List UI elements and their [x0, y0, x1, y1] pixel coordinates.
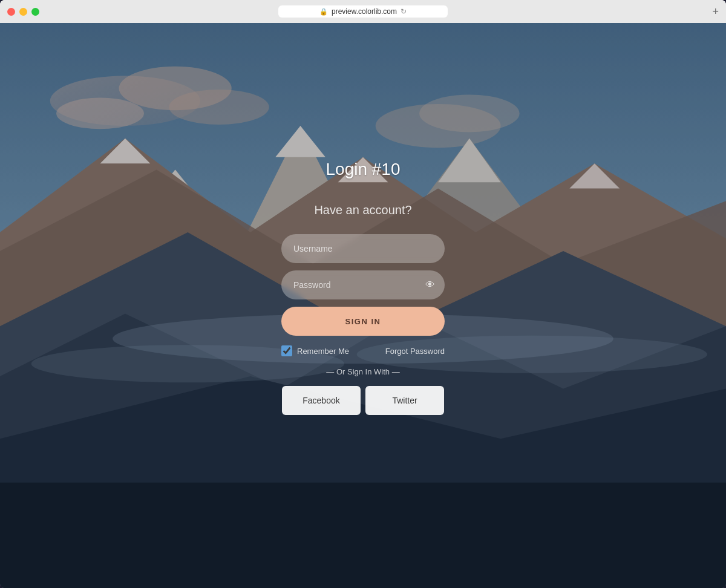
sign-in-button[interactable]: SIGN IN: [281, 307, 445, 336]
minimize-button[interactable]: [19, 8, 27, 16]
or-divider: — Or Sign In With —: [326, 367, 399, 376]
twitter-button[interactable]: Twitter: [365, 386, 444, 415]
toggle-password-icon[interactable]: 👁: [425, 279, 435, 290]
traffic-lights: [7, 8, 39, 16]
login-subtitle: Have an account?: [314, 203, 411, 217]
facebook-button[interactable]: Facebook: [282, 386, 361, 415]
password-wrapper: 👁: [281, 270, 445, 299]
remember-me-checkbox[interactable]: [281, 345, 292, 356]
forgot-password-link[interactable]: Forgot Password: [385, 347, 445, 356]
username-input[interactable]: [281, 234, 445, 263]
password-input[interactable]: [281, 270, 445, 299]
maximize-button[interactable]: [31, 8, 39, 16]
url-display: preview.colorlib.com: [332, 7, 397, 16]
title-bar: 🔒 preview.colorlib.com ↻ +: [0, 0, 726, 23]
remember-me-label[interactable]: Remember Me: [281, 345, 349, 356]
new-tab-button[interactable]: +: [712, 5, 719, 18]
remember-me-text: Remember Me: [297, 347, 349, 356]
page-title: Login #10: [325, 160, 400, 179]
address-bar[interactable]: 🔒 preview.colorlib.com ↻: [278, 5, 448, 18]
close-button[interactable]: [7, 8, 15, 16]
main-content: Login #10 Have an account? 👁 SIGN IN Rem…: [0, 23, 726, 588]
social-buttons: Facebook Twitter: [282, 386, 444, 415]
reload-icon[interactable]: ↻: [401, 7, 407, 16]
browser-window: 🔒 preview.colorlib.com ↻ +: [0, 0, 726, 588]
login-container: Login #10 Have an account? 👁 SIGN IN Rem…: [0, 148, 726, 415]
remember-forgot-row: Remember Me Forgot Password: [281, 345, 445, 356]
lock-icon: 🔒: [319, 8, 328, 16]
